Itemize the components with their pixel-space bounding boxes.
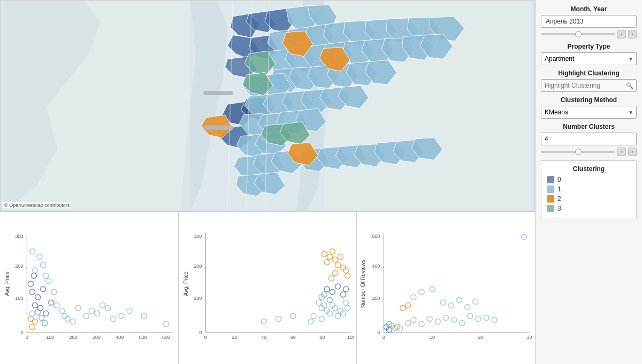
- svg-point-213: [427, 316, 432, 321]
- svg-point-160: [332, 270, 338, 276]
- svg-point-100: [31, 273, 36, 278]
- svg-point-128: [29, 324, 35, 330]
- month-year-prev-arrow[interactable]: ‹: [617, 30, 626, 38]
- svg-point-107: [41, 262, 46, 268]
- svg-point-177: [324, 286, 330, 292]
- month-year-slider-row[interactable]: ‹ ›: [541, 30, 637, 38]
- month-year-value: Апрель 2013: [541, 15, 637, 28]
- svg-point-109: [46, 278, 51, 284]
- svg-text:0: 0: [199, 330, 202, 335]
- svg-point-162: [316, 300, 322, 305]
- property-type-select-wrapper[interactable]: Apartment House Private room Shared room…: [541, 52, 637, 65]
- svg-point-225: [441, 300, 446, 305]
- month-year-slider-thumb[interactable]: [575, 31, 582, 37]
- svg-point-223: [419, 289, 424, 295]
- svg-point-110: [51, 289, 57, 295]
- svg-point-215: [444, 315, 449, 320]
- svg-point-150: [322, 251, 327, 257]
- svg-point-169: [335, 313, 340, 319]
- month-year-group: Month, Year Апрель 2013 ‹ ›: [541, 5, 637, 38]
- svg-point-96: [32, 303, 37, 308]
- number-clusters-slider-row[interactable]: ‹ ›: [541, 148, 637, 156]
- clustering-method-select[interactable]: KMeans DBSCAN Agglomerative: [541, 106, 637, 119]
- svg-point-105: [32, 268, 37, 273]
- number-clusters-slider-thumb[interactable]: [575, 149, 582, 155]
- svg-text:300: 300: [93, 335, 101, 340]
- clustering-method-label: Clustering Method: [541, 96, 637, 104]
- month-year-slider-track[interactable]: [541, 33, 615, 35]
- svg-point-111: [54, 303, 59, 308]
- svg-point-102: [43, 311, 49, 316]
- highlight-clustering-input[interactable]: [541, 79, 637, 92]
- svg-text:10: 10: [430, 335, 435, 340]
- svg-text:0: 0: [383, 335, 385, 340]
- svg-point-224: [430, 286, 435, 292]
- svg-text:400: 400: [372, 264, 380, 269]
- svg-point-108: [43, 273, 49, 278]
- clustering-legend-title: Clustering: [547, 165, 631, 173]
- svg-text:20: 20: [232, 335, 237, 340]
- svg-point-178: [330, 289, 335, 295]
- svg-point-122: [111, 316, 116, 321]
- svg-text:400: 400: [116, 335, 124, 340]
- svg-point-124: [127, 308, 132, 313]
- number-clusters-next-arrow[interactable]: ›: [628, 148, 637, 156]
- svg-point-161: [328, 276, 334, 281]
- number-clusters-input[interactable]: [541, 133, 637, 145]
- clustering-legend: Clustering 0 1 2 3: [541, 160, 637, 219]
- legend-label-0: 0: [557, 176, 561, 183]
- svg-rect-75: [204, 91, 233, 95]
- svg-point-217: [460, 320, 465, 326]
- month-year-next-arrow[interactable]: ›: [628, 30, 637, 38]
- svg-point-126: [163, 322, 169, 327]
- svg-rect-76: [204, 126, 233, 130]
- svg-point-154: [332, 257, 338, 262]
- svg-point-184: [327, 297, 332, 303]
- svg-point-116: [75, 305, 81, 311]
- clustering-method-group: Clustering Method KMeans DBSCAN Agglomer…: [541, 96, 637, 119]
- legend-color-3: [547, 205, 554, 212]
- number-clusters-prev-arrow[interactable]: ‹: [617, 148, 626, 156]
- property-type-label: Property Type: [541, 43, 637, 50]
- svg-point-133: [29, 249, 35, 254]
- svg-text:40: 40: [261, 335, 266, 340]
- svg-point-216: [452, 317, 457, 322]
- svg-point-132: [42, 320, 48, 326]
- svg-text:Avg. Price: Avg. Price: [4, 272, 10, 296]
- svg-point-131: [39, 315, 44, 320]
- svg-point-159: [345, 273, 350, 278]
- legend-item-2: 2: [547, 195, 631, 203]
- sidebar: Month, Year Апрель 2013 ‹ › Property Typ…: [535, 0, 642, 364]
- svg-point-104: [29, 311, 35, 316]
- svg-point-227: [457, 297, 462, 303]
- svg-point-101: [41, 286, 46, 292]
- svg-point-155: [335, 262, 340, 268]
- number-clusters-slider-track[interactable]: [541, 151, 615, 153]
- svg-point-226: [449, 303, 454, 308]
- svg-text:200: 200: [70, 335, 78, 340]
- clustering-method-select-wrapper[interactable]: KMeans DBSCAN Agglomerative ▼: [541, 106, 637, 119]
- highlight-clustering-search-wrapper[interactable]: 🔍: [541, 79, 637, 92]
- svg-text:300: 300: [15, 234, 23, 239]
- svg-point-220: [484, 315, 489, 320]
- svg-point-106: [37, 254, 42, 259]
- svg-point-156: [338, 254, 343, 259]
- svg-text:200: 200: [372, 296, 380, 301]
- svg-point-185: [261, 319, 266, 324]
- svg-text:Number Of Reviews: Number Of Reviews: [360, 260, 366, 308]
- highlight-clustering-group: Highlight Clustering 🔍: [541, 69, 637, 92]
- svg-text:100: 100: [46, 335, 54, 340]
- svg-text:600: 600: [162, 335, 170, 340]
- svg-point-123: [119, 313, 124, 319]
- map-panel: © OpenStreetMap contributors: [0, 0, 535, 211]
- chart3-panel: 0 200 400 600 0 10 20 30 Number Of Revie…: [357, 212, 535, 364]
- svg-point-221: [492, 317, 497, 322]
- property-type-select[interactable]: Apartment House Private room Shared room: [541, 52, 637, 65]
- svg-point-115: [70, 319, 75, 324]
- svg-point-118: [89, 308, 94, 313]
- number-clusters-label: Number Clusters: [541, 123, 637, 130]
- svg-text:100: 100: [15, 296, 23, 301]
- svg-text:30: 30: [527, 335, 532, 340]
- svg-point-117: [83, 313, 89, 319]
- svg-text:0: 0: [20, 330, 23, 335]
